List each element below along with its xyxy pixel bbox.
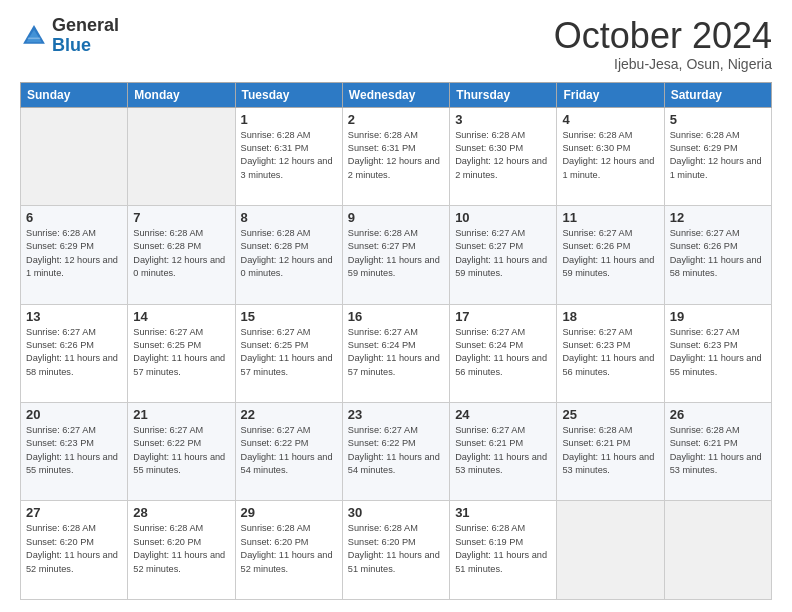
day-number: 23	[348, 407, 444, 422]
month-title: October 2024	[554, 16, 772, 56]
logo-text: General Blue	[52, 16, 119, 56]
day-info: Sunrise: 6:27 AMSunset: 6:22 PMDaylight:…	[133, 424, 229, 477]
day-info: Sunrise: 6:28 AMSunset: 6:20 PMDaylight:…	[26, 522, 122, 575]
logo-icon	[20, 22, 48, 50]
calendar-cell: 27Sunrise: 6:28 AMSunset: 6:20 PMDayligh…	[21, 501, 128, 600]
calendar-cell: 29Sunrise: 6:28 AMSunset: 6:20 PMDayligh…	[235, 501, 342, 600]
calendar-cell: 16Sunrise: 6:27 AMSunset: 6:24 PMDayligh…	[342, 304, 449, 402]
calendar-cell	[21, 107, 128, 205]
day-info: Sunrise: 6:28 AMSunset: 6:21 PMDaylight:…	[562, 424, 658, 477]
week-row-5: 27Sunrise: 6:28 AMSunset: 6:20 PMDayligh…	[21, 501, 772, 600]
day-info: Sunrise: 6:28 AMSunset: 6:29 PMDaylight:…	[670, 129, 766, 182]
day-info: Sunrise: 6:28 AMSunset: 6:20 PMDaylight:…	[348, 522, 444, 575]
day-info: Sunrise: 6:27 AMSunset: 6:23 PMDaylight:…	[562, 326, 658, 379]
calendar-cell: 31Sunrise: 6:28 AMSunset: 6:19 PMDayligh…	[450, 501, 557, 600]
calendar-cell: 10Sunrise: 6:27 AMSunset: 6:27 PMDayligh…	[450, 206, 557, 304]
day-number: 28	[133, 505, 229, 520]
col-tuesday: Tuesday	[235, 82, 342, 107]
day-info: Sunrise: 6:27 AMSunset: 6:23 PMDaylight:…	[670, 326, 766, 379]
calendar-cell: 12Sunrise: 6:27 AMSunset: 6:26 PMDayligh…	[664, 206, 771, 304]
col-wednesday: Wednesday	[342, 82, 449, 107]
day-number: 20	[26, 407, 122, 422]
day-info: Sunrise: 6:27 AMSunset: 6:22 PMDaylight:…	[241, 424, 337, 477]
day-info: Sunrise: 6:28 AMSunset: 6:19 PMDaylight:…	[455, 522, 551, 575]
col-friday: Friday	[557, 82, 664, 107]
day-number: 2	[348, 112, 444, 127]
day-number: 25	[562, 407, 658, 422]
calendar-cell: 20Sunrise: 6:27 AMSunset: 6:23 PMDayligh…	[21, 403, 128, 501]
day-number: 12	[670, 210, 766, 225]
week-row-4: 20Sunrise: 6:27 AMSunset: 6:23 PMDayligh…	[21, 403, 772, 501]
day-number: 5	[670, 112, 766, 127]
calendar-cell: 3Sunrise: 6:28 AMSunset: 6:30 PMDaylight…	[450, 107, 557, 205]
calendar-cell: 28Sunrise: 6:28 AMSunset: 6:20 PMDayligh…	[128, 501, 235, 600]
day-info: Sunrise: 6:27 AMSunset: 6:22 PMDaylight:…	[348, 424, 444, 477]
calendar-cell: 4Sunrise: 6:28 AMSunset: 6:30 PMDaylight…	[557, 107, 664, 205]
day-info: Sunrise: 6:27 AMSunset: 6:25 PMDaylight:…	[241, 326, 337, 379]
col-sunday: Sunday	[21, 82, 128, 107]
day-number: 18	[562, 309, 658, 324]
day-info: Sunrise: 6:27 AMSunset: 6:21 PMDaylight:…	[455, 424, 551, 477]
calendar-cell	[664, 501, 771, 600]
day-number: 7	[133, 210, 229, 225]
day-info: Sunrise: 6:27 AMSunset: 6:26 PMDaylight:…	[670, 227, 766, 280]
calendar-cell: 26Sunrise: 6:28 AMSunset: 6:21 PMDayligh…	[664, 403, 771, 501]
day-info: Sunrise: 6:27 AMSunset: 6:24 PMDaylight:…	[348, 326, 444, 379]
calendar-cell: 17Sunrise: 6:27 AMSunset: 6:24 PMDayligh…	[450, 304, 557, 402]
calendar-cell: 19Sunrise: 6:27 AMSunset: 6:23 PMDayligh…	[664, 304, 771, 402]
day-number: 1	[241, 112, 337, 127]
calendar-cell: 9Sunrise: 6:28 AMSunset: 6:27 PMDaylight…	[342, 206, 449, 304]
calendar-cell: 2Sunrise: 6:28 AMSunset: 6:31 PMDaylight…	[342, 107, 449, 205]
logo-blue: Blue	[52, 35, 91, 55]
day-number: 24	[455, 407, 551, 422]
day-info: Sunrise: 6:28 AMSunset: 6:30 PMDaylight:…	[455, 129, 551, 182]
day-info: Sunrise: 6:27 AMSunset: 6:24 PMDaylight:…	[455, 326, 551, 379]
day-number: 3	[455, 112, 551, 127]
day-info: Sunrise: 6:27 AMSunset: 6:26 PMDaylight:…	[26, 326, 122, 379]
day-number: 30	[348, 505, 444, 520]
day-info: Sunrise: 6:27 AMSunset: 6:25 PMDaylight:…	[133, 326, 229, 379]
week-row-3: 13Sunrise: 6:27 AMSunset: 6:26 PMDayligh…	[21, 304, 772, 402]
page: General Blue October 2024 Ijebu-Jesa, Os…	[0, 0, 792, 612]
calendar-cell: 25Sunrise: 6:28 AMSunset: 6:21 PMDayligh…	[557, 403, 664, 501]
day-info: Sunrise: 6:28 AMSunset: 6:28 PMDaylight:…	[241, 227, 337, 280]
day-number: 8	[241, 210, 337, 225]
calendar-cell: 18Sunrise: 6:27 AMSunset: 6:23 PMDayligh…	[557, 304, 664, 402]
day-number: 6	[26, 210, 122, 225]
col-monday: Monday	[128, 82, 235, 107]
calendar-cell: 22Sunrise: 6:27 AMSunset: 6:22 PMDayligh…	[235, 403, 342, 501]
day-info: Sunrise: 6:28 AMSunset: 6:21 PMDaylight:…	[670, 424, 766, 477]
day-number: 29	[241, 505, 337, 520]
calendar-cell: 11Sunrise: 6:27 AMSunset: 6:26 PMDayligh…	[557, 206, 664, 304]
calendar-cell: 24Sunrise: 6:27 AMSunset: 6:21 PMDayligh…	[450, 403, 557, 501]
day-number: 26	[670, 407, 766, 422]
day-number: 31	[455, 505, 551, 520]
day-info: Sunrise: 6:28 AMSunset: 6:28 PMDaylight:…	[133, 227, 229, 280]
day-number: 27	[26, 505, 122, 520]
day-number: 21	[133, 407, 229, 422]
calendar-cell: 30Sunrise: 6:28 AMSunset: 6:20 PMDayligh…	[342, 501, 449, 600]
day-number: 22	[241, 407, 337, 422]
day-number: 11	[562, 210, 658, 225]
calendar-cell	[128, 107, 235, 205]
day-number: 19	[670, 309, 766, 324]
day-info: Sunrise: 6:28 AMSunset: 6:30 PMDaylight:…	[562, 129, 658, 182]
calendar-cell: 8Sunrise: 6:28 AMSunset: 6:28 PMDaylight…	[235, 206, 342, 304]
week-row-2: 6Sunrise: 6:28 AMSunset: 6:29 PMDaylight…	[21, 206, 772, 304]
day-info: Sunrise: 6:28 AMSunset: 6:31 PMDaylight:…	[241, 129, 337, 182]
calendar-cell: 21Sunrise: 6:27 AMSunset: 6:22 PMDayligh…	[128, 403, 235, 501]
day-number: 13	[26, 309, 122, 324]
header: General Blue October 2024 Ijebu-Jesa, Os…	[20, 16, 772, 72]
day-number: 15	[241, 309, 337, 324]
day-number: 4	[562, 112, 658, 127]
calendar-cell: 23Sunrise: 6:27 AMSunset: 6:22 PMDayligh…	[342, 403, 449, 501]
calendar-cell: 6Sunrise: 6:28 AMSunset: 6:29 PMDaylight…	[21, 206, 128, 304]
logo: General Blue	[20, 16, 119, 56]
calendar-cell: 14Sunrise: 6:27 AMSunset: 6:25 PMDayligh…	[128, 304, 235, 402]
day-number: 17	[455, 309, 551, 324]
col-thursday: Thursday	[450, 82, 557, 107]
day-info: Sunrise: 6:27 AMSunset: 6:23 PMDaylight:…	[26, 424, 122, 477]
calendar-cell	[557, 501, 664, 600]
calendar-cell: 5Sunrise: 6:28 AMSunset: 6:29 PMDaylight…	[664, 107, 771, 205]
week-row-1: 1Sunrise: 6:28 AMSunset: 6:31 PMDaylight…	[21, 107, 772, 205]
